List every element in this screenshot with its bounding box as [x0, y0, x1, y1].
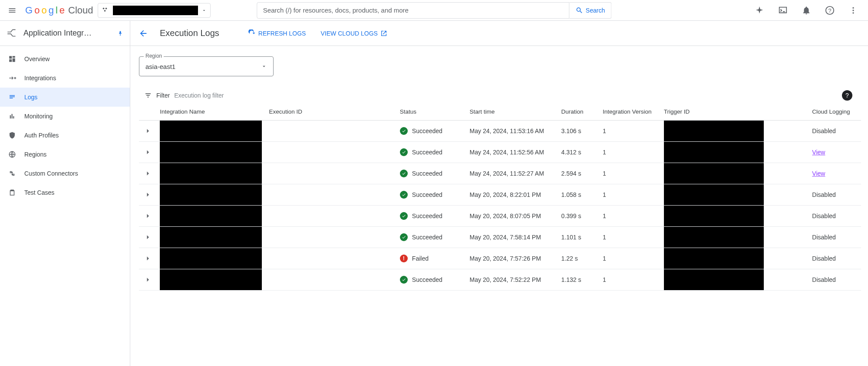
notifications-button[interactable] [799, 3, 814, 18]
sidebar-item-label: Test Cases [24, 189, 54, 196]
svg-point-0 [102, 7, 104, 9]
search-button-label: Search [586, 7, 605, 14]
expand-row-button[interactable] [142, 147, 153, 157]
success-icon [400, 233, 408, 241]
question-icon: ? [845, 92, 849, 99]
pin-button[interactable] [117, 30, 124, 37]
version-cell: 1 [599, 248, 660, 269]
sidebar-item-regions[interactable]: Regions [0, 145, 130, 164]
sidebar-item-test-cases[interactable]: Test Cases [0, 183, 130, 202]
shield-icon [8, 131, 17, 140]
trigger-id-redacted [664, 121, 764, 141]
th-start-time[interactable]: Start time [466, 103, 558, 121]
refresh-logs-label: REFRESH LOGS [258, 30, 306, 37]
content-body: Region asia-east1 Filter Execution log f… [130, 46, 868, 366]
version-cell: 1 [599, 227, 660, 248]
duration-cell: 0.399 s [558, 206, 599, 227]
chevron-right-icon [144, 212, 152, 220]
success-icon [400, 212, 408, 220]
search-input[interactable]: Search (/) for resources, docs, products… [257, 2, 569, 19]
svg-point-6 [852, 10, 854, 11]
sidebar-item-logs[interactable]: Logs [0, 88, 130, 107]
external-link-icon [380, 30, 387, 37]
more-button[interactable] [845, 3, 861, 18]
search-button[interactable]: Search [569, 2, 611, 19]
caret-down-icon [201, 8, 207, 13]
cloud-logging-status: Disabled [812, 127, 835, 134]
help-button[interactable]: ? [822, 3, 838, 18]
chart-icon [8, 112, 17, 121]
integration-name-redacted [160, 121, 262, 141]
duration-cell: 1.22 s [558, 248, 599, 269]
th-cloud-logging[interactable]: Cloud Logging [809, 103, 861, 121]
filter-help-button[interactable]: ? [842, 90, 852, 101]
gemini-button[interactable] [752, 3, 767, 18]
cloud-shell-button[interactable] [775, 3, 791, 18]
integration-name-redacted [160, 184, 262, 205]
svg-point-2 [104, 10, 106, 11]
sidebar-item-custom-connectors[interactable]: Custom Connectors [0, 164, 130, 183]
table-row: SucceededMay 20, 2024, 8:22:01 PM1.058 s… [139, 184, 861, 206]
th-execution-id[interactable]: Execution ID [265, 103, 396, 121]
back-button[interactable] [135, 25, 152, 42]
status-text: Succeeded [412, 234, 442, 241]
google-cloud-logo[interactable]: GoogleCloud [25, 5, 93, 16]
view-cloud-logs-label: VIEW CLOUD LOGS [320, 30, 377, 37]
start-time-cell: May 24, 2024, 11:53:16 AM [466, 121, 558, 142]
sidebar-item-overview[interactable]: Overview [0, 49, 130, 69]
status-cell: Succeeded [400, 212, 463, 220]
sidebar-item-integrations[interactable]: Integrations [0, 69, 130, 88]
expand-row-button[interactable] [142, 126, 153, 136]
region-label: Region [144, 53, 164, 59]
expand-row-button[interactable] [142, 232, 153, 242]
integration-name-redacted [160, 269, 262, 290]
search-container: Search (/) for resources, docs, products… [257, 2, 611, 19]
logs-table: Integration Name Execution ID Status Sta… [139, 103, 861, 291]
refresh-logs-button[interactable]: REFRESH LOGS [244, 27, 310, 40]
project-picker[interactable] [98, 3, 211, 18]
app-integration-icon [6, 28, 17, 39]
region-select[interactable]: Region asia-east1 [139, 56, 274, 76]
th-integration-version[interactable]: Integration Version [599, 103, 660, 121]
search-placeholder: Search (/) for resources, docs, products… [263, 7, 409, 14]
view-cloud-logs-button[interactable]: VIEW CLOUD LOGS [317, 27, 390, 39]
sidebar-item-label: Logs [24, 94, 37, 101]
sidebar-item-auth-profiles[interactable]: Auth Profiles [0, 126, 130, 145]
start-time-cell: May 20, 2024, 8:07:05 PM [466, 206, 558, 227]
th-duration[interactable]: Duration [558, 103, 599, 121]
bell-icon [802, 6, 811, 15]
filter-input[interactable]: Execution log filter [174, 92, 224, 99]
status-cell: Succeeded [400, 233, 463, 241]
trigger-id-redacted [664, 142, 764, 163]
expand-row-button[interactable] [142, 253, 153, 264]
cloud-logging-view-link[interactable]: View [812, 149, 825, 156]
project-icon [102, 7, 109, 14]
globe-icon [8, 150, 17, 159]
expand-row-button[interactable] [142, 211, 153, 221]
error-icon: ! [400, 255, 408, 262]
chevron-right-icon [144, 191, 152, 199]
filter-label: Filter [156, 92, 170, 99]
logs-icon [8, 93, 17, 101]
status-text: Succeeded [412, 212, 442, 219]
version-cell: 1 [599, 142, 660, 163]
success-icon [400, 127, 408, 135]
trigger-id-redacted [664, 269, 764, 290]
version-cell: 1 [599, 206, 660, 227]
expand-row-button[interactable] [142, 190, 153, 200]
table-row: SucceededMay 24, 2024, 11:52:27 AM2.594 … [139, 163, 861, 184]
th-status[interactable]: Status [396, 103, 466, 121]
status-cell: Succeeded [400, 191, 463, 199]
help-icon: ? [825, 6, 835, 15]
main-layout: Application Integr… Overview Integration… [0, 21, 868, 366]
expand-row-button[interactable] [142, 274, 153, 285]
status-text: Succeeded [412, 127, 442, 134]
cloud-logging-view-link[interactable]: View [812, 170, 825, 177]
sidebar-item-monitoring[interactable]: Monitoring [0, 107, 130, 126]
expand-row-button[interactable] [142, 168, 153, 179]
th-integration-name[interactable]: Integration Name [156, 103, 265, 121]
integration-name-redacted [160, 206, 262, 226]
caret-down-icon [261, 63, 267, 69]
nav-menu-button[interactable] [3, 2, 21, 19]
th-trigger-id[interactable]: Trigger ID [660, 103, 809, 121]
